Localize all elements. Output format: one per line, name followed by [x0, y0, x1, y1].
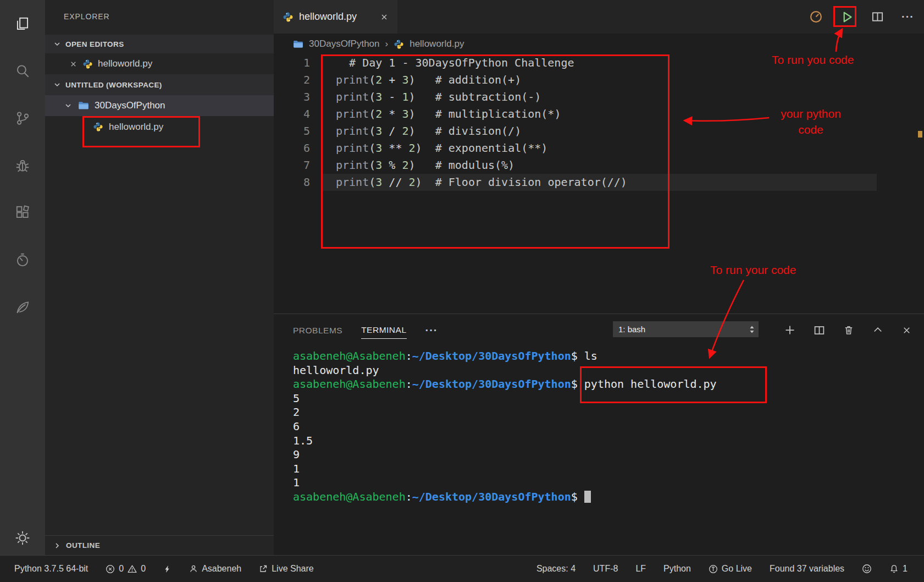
tree-folder-30daysofpython[interactable]: 30DaysOfPython [45, 95, 274, 116]
tab-title: helloworld.py [299, 11, 357, 23]
terminal-line: asabeneh@Asabeneh:~/Desktop/30DaysOfPyth… [293, 377, 919, 392]
panel-more-icon[interactable]: ··· [425, 324, 438, 337]
chevron-down-icon [64, 101, 73, 110]
status-notifications[interactable]: 1 [881, 556, 916, 582]
terminal-line: 2 [293, 405, 919, 420]
tree-file-helloworld[interactable]: helloworld.py [45, 116, 274, 138]
status-indentation[interactable]: Spaces: 4 [528, 556, 584, 582]
open-editor-filename: helloworld.py [98, 58, 152, 69]
tab-problems[interactable]: PROBLEMS [293, 322, 342, 339]
section-open-editors[interactable]: OPEN EDITORS [45, 35, 274, 53]
status-account[interactable]: Asabeneh [180, 556, 250, 582]
activity-feather[interactable] [0, 284, 45, 331]
python-file-icon [283, 12, 294, 23]
python-file-icon [82, 59, 93, 69]
split-editor-icon[interactable] [871, 10, 884, 23]
status-eol[interactable]: LF [627, 556, 655, 582]
terminal-cursor [584, 491, 591, 503]
close-panel-icon[interactable] [901, 325, 912, 336]
breadcrumb-file[interactable]: helloworld.py [410, 39, 464, 50]
python-version-label: Python 3.7.5 64-bit [14, 564, 88, 574]
breadcrumb-separator: › [385, 39, 389, 50]
code-line[interactable]: 8print(3 // 2) # Floor division operator… [274, 174, 924, 191]
encoding-label: UTF-8 [593, 564, 618, 574]
terminal-line: 5 [293, 392, 919, 406]
section-label: UNTITLED (WORKSPACE) [65, 81, 162, 89]
status-problems[interactable]: 0 0 [97, 556, 154, 582]
tab-terminal[interactable]: TERMINAL [361, 321, 406, 339]
activity-settings[interactable] [0, 530, 45, 546]
code-line[interactable]: 3print(3 - 1) # subtraction(-) [274, 89, 924, 106]
activity-extensions[interactable] [0, 189, 45, 237]
bottom-panel: PROBLEMS TERMINAL ··· 1: bash [274, 314, 924, 555]
python-file-icon [394, 39, 404, 50]
more-actions-icon[interactable]: ··· [901, 10, 914, 23]
terminal-line: 1 [293, 476, 919, 490]
shell-select-value: 1: bash [618, 325, 645, 334]
clock-icon[interactable] [809, 10, 823, 24]
chevron-right-icon [53, 541, 62, 550]
code-editor[interactable]: 1 # Day 1 - 30DaysOfPython Challenge2pri… [274, 54, 924, 314]
code-line[interactable]: 2print(2 + 3) # addition(+) [274, 72, 924, 89]
close-icon[interactable] [69, 60, 78, 68]
smiley-icon [862, 564, 872, 574]
terminal-line: asabeneh@Asabeneh:~/Desktop/30DaysOfPyth… [293, 490, 919, 504]
error-icon [106, 564, 115, 574]
status-language[interactable]: Python [655, 556, 700, 582]
section-workspace[interactable]: UNTITLED (WORKSPACE) [45, 74, 274, 95]
editor-group: helloworld.py ··· 30DaysOfPython › [274, 0, 924, 555]
terminal-shell-select[interactable]: 1: bash [613, 321, 759, 337]
status-feedback[interactable] [853, 556, 881, 582]
code-line[interactable]: 6print(3 ** 2) # exponential(**) [274, 140, 924, 157]
breadcrumb-folder[interactable]: 30DaysOfPython [309, 39, 380, 50]
status-python-version[interactable]: Python 3.7.5 64-bit [5, 556, 97, 582]
tab-helloworld[interactable]: helloworld.py [274, 0, 397, 34]
activity-search[interactable] [0, 47, 45, 95]
error-count: 0 [119, 564, 124, 574]
section-outline[interactable]: OUTLINE [45, 535, 274, 555]
split-terminal-icon[interactable] [814, 325, 825, 336]
activity-stopwatch[interactable] [0, 237, 45, 284]
run-button[interactable] [840, 10, 854, 24]
sidebar-title: EXPLORER [45, 0, 274, 35]
gear-icon [14, 530, 31, 546]
terminal-line: 1 [293, 462, 919, 476]
maximize-panel-icon[interactable] [872, 325, 883, 336]
status-variables[interactable]: Found 37 variables [761, 556, 853, 582]
status-go-live[interactable]: Go Live [700, 556, 761, 582]
folder-icon [293, 39, 303, 50]
activity-source-control[interactable] [0, 95, 45, 142]
code-line[interactable]: 7print(3 % 2) # modulus(%) [274, 157, 924, 174]
chevron-down-icon [53, 40, 62, 48]
notification-count: 1 [903, 564, 908, 574]
close-icon[interactable] [380, 13, 389, 21]
activity-explorer[interactable] [0, 0, 45, 47]
lightning-icon [163, 565, 171, 573]
language-label: Python [663, 564, 691, 574]
section-label: OPEN EDITORS [65, 40, 124, 48]
broadcast-icon [709, 564, 718, 574]
trash-icon[interactable] [843, 325, 854, 336]
editor-actions: ··· [809, 0, 914, 34]
search-icon [14, 63, 31, 79]
terminal-output: asabeneh@Asabeneh:~/Desktop/30DaysOfPyth… [293, 349, 919, 504]
code-line[interactable]: 5print(3 / 2) # division(/) [274, 123, 924, 140]
terminal-line: helloworld.py [293, 364, 919, 378]
code-line[interactable]: 4print(2 * 3) # multiplication(*) [274, 106, 924, 123]
activity-run-debug[interactable] [0, 142, 45, 189]
terminal-line: 1.5 [293, 434, 919, 448]
new-terminal-icon[interactable] [784, 325, 795, 336]
status-right: Spaces: 4 UTF-8 LF Python Go Live Found … [528, 556, 916, 582]
bug-icon [14, 157, 31, 174]
status-encoding[interactable]: UTF-8 [584, 556, 627, 582]
line-number: 2 [274, 72, 321, 89]
status-lightning[interactable] [154, 556, 180, 582]
line-number: 3 [274, 89, 321, 106]
folder-name: 30DaysOfPython [95, 100, 165, 111]
code-line[interactable]: 1 # Day 1 - 30DaysOfPython Challenge [274, 54, 924, 72]
open-editor-item[interactable]: helloworld.py [45, 53, 274, 74]
terminal[interactable]: asabeneh@Asabeneh:~/Desktop/30DaysOfPyth… [293, 349, 919, 555]
sidebar-explorer: EXPLORER OPEN EDITORS helloworld.py UNTI… [45, 0, 274, 555]
terminal-line: 6 [293, 420, 919, 434]
status-live-share[interactable]: Live Share [250, 556, 323, 582]
